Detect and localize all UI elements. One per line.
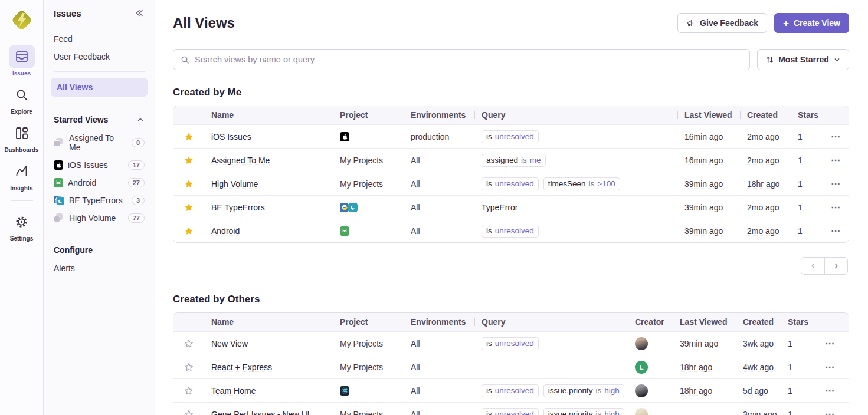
column-header: Stars (791, 110, 824, 120)
views-search[interactable] (173, 49, 750, 70)
star-filled-icon[interactable] (173, 156, 204, 165)
last-viewed-cell: 16min ago (677, 132, 740, 141)
query-token: is (596, 410, 602, 415)
more-actions-button[interactable]: ⋯ (825, 409, 835, 415)
star-filled-icon[interactable] (173, 132, 204, 141)
rail-item-explore[interactable]: Explore (0, 83, 43, 115)
collapse-sidebar-icon[interactable] (134, 8, 145, 18)
column-header: Environments (404, 110, 474, 120)
query-token-chip: isunresolved (482, 408, 539, 415)
sidebar-item-label: Android (68, 178, 96, 187)
created-cell: 18hr ago (740, 179, 791, 189)
environments-cell: All (404, 156, 474, 165)
more-actions-button[interactable]: ⋯ (831, 131, 841, 142)
star-outline-icon[interactable] (173, 410, 204, 415)
previous-page-button[interactable] (801, 258, 824, 274)
sidebar-item-user-feedback[interactable]: User Feedback (51, 48, 148, 65)
section-title: Configure (54, 245, 93, 255)
section-title: Starred Views (54, 115, 108, 124)
sidebar-item-alerts[interactable]: Alerts (51, 259, 148, 277)
give-feedback-button[interactable]: Give Feedback (677, 13, 767, 33)
sidebar-starred-view[interactable]: BE TypeErrors3 (51, 192, 148, 209)
rail-item-settings[interactable]: Settings (0, 210, 43, 242)
next-page-button[interactable] (824, 258, 847, 274)
star-filled-icon[interactable] (173, 203, 204, 212)
view-name-cell: High Volume (204, 179, 333, 189)
sort-dropdown[interactable]: Most Starred (757, 49, 849, 70)
creator-cell (628, 384, 673, 397)
query-cell: isunresolved (474, 337, 628, 350)
chevron-up-icon (136, 116, 145, 124)
plus-icon: + (783, 18, 789, 28)
last-viewed-cell: 18hr ago (673, 386, 736, 396)
stars-count-cell: 1 (791, 203, 824, 212)
sentry-logo[interactable] (9, 7, 35, 33)
star-outline-icon[interactable] (173, 363, 204, 372)
sidebar-starred-view[interactable]: Android27 (51, 174, 148, 192)
view-name-cell: Gene Perf Issues - New UI (204, 410, 333, 415)
rail-item-insights[interactable]: Insights (0, 160, 43, 192)
node-project-icon (348, 203, 358, 212)
query-token: issue.priority (548, 386, 593, 395)
star-outline-icon[interactable] (173, 339, 204, 348)
rail-divider (11, 200, 33, 201)
issues-sidebar: Issues Feed User Feedback All Views Star… (44, 0, 155, 415)
button-label: Give Feedback (700, 18, 758, 28)
view-name-link[interactable]: New View (211, 339, 248, 348)
view-name-link[interactable]: Gene Perf Issues - New UI (211, 410, 310, 415)
table-row: iOS Issuesproductionisunresolved16min ag… (173, 124, 849, 148)
sidebar-item-label: User Feedback (54, 52, 110, 61)
more-actions-button[interactable]: ⋯ (831, 154, 841, 166)
created-value: 18hr ago (747, 179, 779, 189)
create-view-button[interactable]: + Create View (774, 13, 849, 33)
last-viewed-cell: 39min ago (673, 339, 736, 348)
last-viewed-value: 39min ago (684, 179, 723, 189)
more-actions-button[interactable]: ⋯ (825, 385, 835, 396)
sidebar-item-feed[interactable]: Feed (51, 30, 148, 48)
view-name-cell: New View (204, 339, 333, 348)
last-viewed-cell: – (673, 410, 736, 415)
stars-count-cell: 1 (791, 179, 824, 189)
sidebar-item-label: iOS Issues (68, 160, 108, 170)
created-cell: 5d ago (736, 386, 781, 396)
row-actions-cell: ⋯ (824, 131, 849, 142)
query-token: is (486, 132, 492, 141)
last-viewed-value: 39min ago (684, 203, 723, 212)
sort-label: Most Starred (778, 55, 829, 64)
view-name-link[interactable]: High Volume (211, 179, 258, 189)
query-token: unresolved (495, 410, 534, 415)
sidebar-starred-view[interactable]: High Volume77 (51, 209, 148, 227)
more-actions-button[interactable]: ⋯ (831, 225, 841, 236)
row-actions-cell: ⋯ (818, 409, 849, 415)
view-name-link[interactable]: Assigned To Me (211, 156, 270, 165)
star-outline-icon[interactable] (173, 386, 204, 396)
rail-item-dashboards[interactable]: Dashboards (0, 121, 43, 153)
view-name-link[interactable]: BE TypeErrors (211, 203, 265, 212)
view-name-link[interactable]: Team Home (211, 386, 256, 396)
view-name-link[interactable]: Android (211, 226, 240, 236)
row-actions-cell: ⋯ (824, 225, 849, 236)
rail-item-issues[interactable]: Issues (0, 45, 43, 77)
sidebar-item-all-views[interactable]: All Views (51, 78, 148, 97)
more-actions-button[interactable]: ⋯ (831, 202, 841, 213)
starred-views-section-header[interactable]: Starred Views (51, 109, 148, 129)
project-icons (340, 132, 349, 141)
query-token-chip: timesSeenis>100 (543, 177, 620, 190)
view-name-link[interactable]: iOS Issues (211, 132, 251, 141)
view-name-link[interactable]: React + Express (211, 363, 272, 372)
star-filled-icon[interactable] (173, 179, 204, 189)
more-actions-button[interactable]: ⋯ (831, 178, 841, 189)
apple-project-icon (340, 132, 349, 141)
more-actions-button[interactable]: ⋯ (825, 361, 835, 373)
search-input[interactable] (195, 55, 742, 64)
stacked-views-icon (54, 213, 64, 223)
star-filled-icon[interactable] (173, 226, 204, 236)
stars-count-cell: 1 (791, 226, 824, 236)
query-token: issue.priority (548, 410, 593, 415)
table-header-row: NameProjectEnvironmentsQueryCreatorLast … (173, 313, 849, 331)
sidebar-starred-view[interactable]: Assigned To Me0 (51, 129, 148, 156)
chevron-right-icon (832, 262, 840, 270)
sidebar-starred-view[interactable]: iOS Issues17 (51, 156, 148, 174)
query-token-chip: isunresolved (482, 177, 539, 190)
more-actions-button[interactable]: ⋯ (825, 338, 835, 349)
